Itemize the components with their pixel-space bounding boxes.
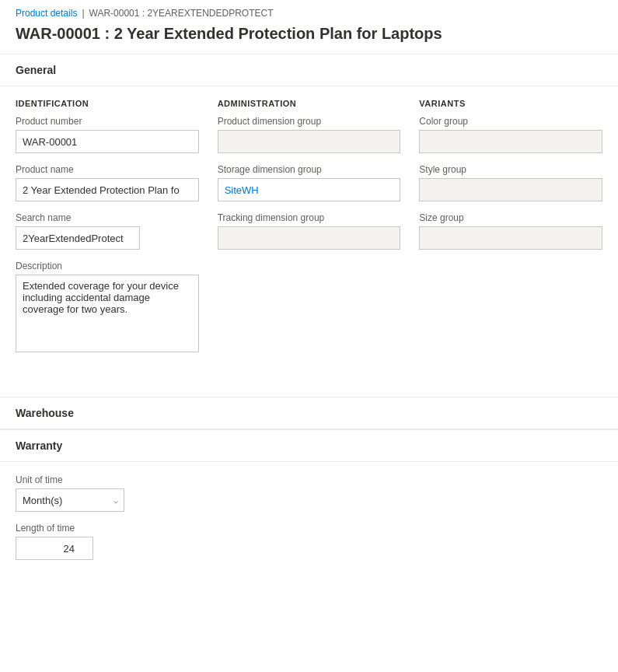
breadcrumb-link[interactable]: Product details (16, 8, 77, 19)
color-group-field: Color group (419, 116, 602, 153)
warranty-content: Unit of time Month(s) Year(s) Day(s) ⌵ L… (0, 462, 618, 583)
warranty-section-header: Warranty (0, 430, 618, 462)
page-container: Product details | WAR-00001 : 2YEAREXTEN… (0, 0, 618, 672)
product-number-input[interactable] (16, 130, 199, 153)
storage-dimension-group-input[interactable]: SiteWH (218, 178, 401, 201)
unit-of-time-wrapper: Month(s) Year(s) Day(s) ⌵ (16, 488, 124, 512)
product-name-input[interactable] (16, 178, 199, 201)
warehouse-section: Warehouse (0, 397, 618, 429)
unit-of-time-field: Unit of time Month(s) Year(s) Day(s) ⌵ (16, 474, 602, 512)
page-title: WAR-00001 : 2 Year Extended Protection P… (0, 23, 618, 54)
general-section: General IDENTIFICATION Product number Pr… (0, 54, 618, 397)
unit-of-time-select[interactable]: Month(s) Year(s) Day(s) (16, 488, 124, 512)
variants-header: VARIANTS (419, 99, 602, 108)
description-input[interactable]: Extended coverage for your device includ… (16, 275, 199, 352)
product-number-field: Product number (16, 116, 199, 153)
size-group-value[interactable] (419, 226, 602, 250)
unit-of-time-label: Unit of time (16, 474, 602, 485)
breadcrumb-separator: | (82, 8, 84, 19)
product-dimension-group-label: Product dimension group (218, 116, 401, 127)
identification-header: IDENTIFICATION (16, 99, 199, 108)
storage-dimension-group-field: Storage dimension group SiteWH (218, 164, 401, 201)
length-of-time-field: Length of time (16, 523, 602, 560)
administration-header: ADMINISTRATION (218, 99, 401, 108)
search-name-input[interactable] (16, 226, 140, 250)
storage-dimension-group-label: Storage dimension group (218, 164, 401, 175)
general-section-content: IDENTIFICATION Product number Product na… (0, 86, 618, 397)
tracking-dimension-group-value[interactable] (218, 226, 401, 250)
description-label: Description (16, 261, 199, 271)
variants-column: VARIANTS Color group Style group Size gr… (419, 99, 602, 366)
length-of-time-input[interactable] (16, 537, 93, 560)
search-name-field: Search name (16, 212, 199, 250)
warehouse-section-header: Warehouse (0, 397, 618, 429)
color-group-value[interactable] (419, 130, 602, 153)
search-name-label: Search name (16, 212, 199, 223)
product-name-field: Product name (16, 164, 199, 201)
color-group-label: Color group (419, 116, 602, 127)
tracking-dimension-group-field: Tracking dimension group (218, 212, 401, 250)
style-group-label: Style group (419, 164, 602, 175)
length-of-time-label: Length of time (16, 523, 602, 534)
style-group-field: Style group (419, 164, 602, 201)
general-section-header: General (0, 54, 618, 86)
size-group-label: Size group (419, 212, 602, 223)
product-dimension-group-value[interactable] (218, 130, 401, 153)
breadcrumb-current: WAR-00001 : 2YEAREXTENDEDPROTECT (89, 8, 274, 19)
identification-column: IDENTIFICATION Product number Product na… (16, 99, 218, 366)
product-dimension-group-field: Product dimension group (218, 116, 401, 153)
style-group-value[interactable] (419, 178, 602, 201)
administration-column: ADMINISTRATION Product dimension group S… (218, 99, 420, 366)
product-number-label: Product number (16, 116, 199, 127)
product-name-label: Product name (16, 164, 199, 175)
site-wh-link[interactable]: SiteWH (225, 184, 259, 196)
size-group-field: Size group (419, 212, 602, 250)
tracking-dimension-group-label: Tracking dimension group (218, 212, 401, 223)
warranty-section: Warranty Unit of time Month(s) Year(s) D… (0, 429, 618, 583)
description-field: Description Extended coverage for your d… (16, 261, 199, 355)
breadcrumb: Product details | WAR-00001 : 2YEAREXTEN… (0, 0, 618, 23)
